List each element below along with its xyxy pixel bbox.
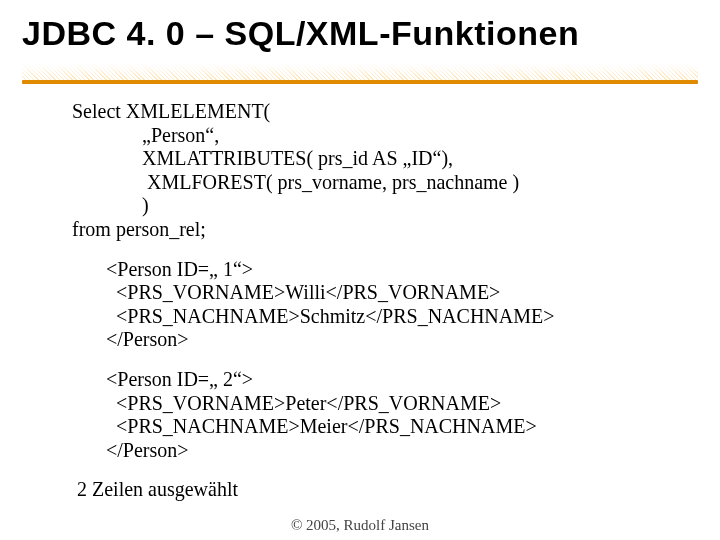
xml-line: <PRS_VORNAME>Willi</PRS_VORNAME> <box>106 281 680 305</box>
sql-line: Select XMLELEMENT( <box>72 100 680 124</box>
slide-title: JDBC 4. 0 – SQL/XML-Funktionen <box>22 14 579 53</box>
sql-line: XMLATTRIBUTES( prs_id AS „ID“), <box>72 147 680 171</box>
xml-line: <Person ID=„ 1“> <box>106 258 680 282</box>
xml-result-1: <Person ID=„ 1“> <PRS_VORNAME>Willi</PRS… <box>72 258 680 352</box>
sql-line: XMLFOREST( prs_vorname, prs_nachname ) <box>72 171 680 195</box>
sql-block: Select XMLELEMENT( „Person“, XMLATTRIBUT… <box>72 100 680 242</box>
xml-line: <PRS_VORNAME>Peter</PRS_VORNAME> <box>106 392 680 416</box>
sql-line: „Person“, <box>72 124 680 148</box>
xml-line: <PRS_NACHNAME>Schmitz</PRS_NACHNAME> <box>106 305 680 329</box>
underline-bar <box>22 80 698 84</box>
slide-body: Select XMLELEMENT( „Person“, XMLATTRIBUT… <box>72 100 680 502</box>
sql-line: from person_rel; <box>72 218 680 242</box>
copyright-footer: © 2005, Rudolf Jansen <box>291 517 429 534</box>
xml-line: <PRS_NACHNAME>Meier</PRS_NACHNAME> <box>106 415 680 439</box>
rowcount-line: 2 Zeilen ausgewählt <box>72 478 680 502</box>
xml-line: <Person ID=„ 2“> <box>106 368 680 392</box>
slide: JDBC 4. 0 – SQL/XML-Funktionen Select XM… <box>0 0 720 540</box>
xml-result-2: <Person ID=„ 2“> <PRS_VORNAME>Peter</PRS… <box>72 368 680 462</box>
xml-line: </Person> <box>106 328 680 352</box>
title-underline <box>22 60 698 84</box>
sql-line: ) <box>72 194 680 218</box>
xml-line: </Person> <box>106 439 680 463</box>
